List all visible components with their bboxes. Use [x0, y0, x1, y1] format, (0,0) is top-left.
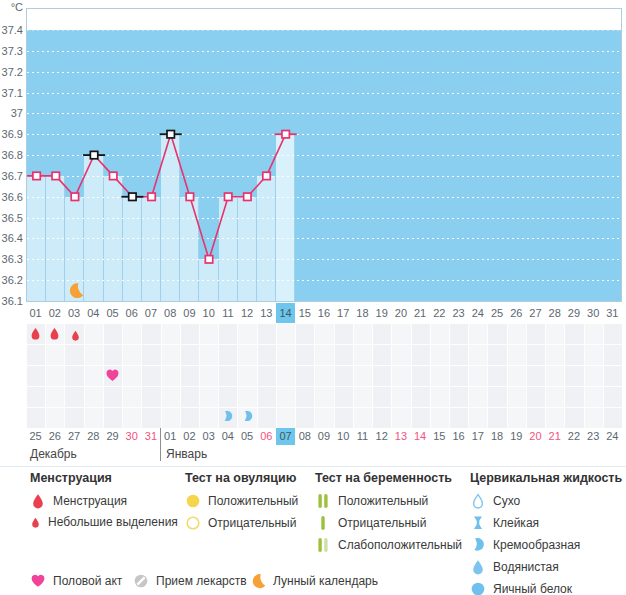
calendar-date-21[interactable]: 21: [545, 428, 564, 445]
cycle-day-05[interactable]: 05: [103, 303, 122, 323]
calendar-date-12[interactable]: 12: [372, 428, 391, 445]
cycle-day-16[interactable]: 16: [314, 303, 333, 323]
comma-blue[interactable]: [221, 410, 234, 423]
cycle-day-14[interactable]: 14: [276, 303, 295, 323]
cycle-day-31[interactable]: 31: [603, 303, 622, 323]
temp-marker-day-7[interactable]: [148, 193, 155, 200]
calendar-date-15[interactable]: 15: [430, 428, 449, 445]
calendar-date-17[interactable]: 17: [468, 428, 487, 445]
cycle-day-01[interactable]: 01: [26, 303, 45, 323]
calendar-date-29[interactable]: 29: [103, 428, 122, 445]
calendar-date-23[interactable]: 23: [584, 428, 603, 445]
calendar-date-13[interactable]: 13: [391, 428, 410, 445]
drop-small[interactable]: [70, 330, 81, 341]
cycle-day-17[interactable]: 17: [334, 303, 353, 323]
calendar-date-11[interactable]: 11: [353, 428, 372, 445]
temp-marker-day-8[interactable]: [167, 131, 174, 138]
month-label-january: Январь: [166, 447, 207, 461]
legend-item: Отрицательный: [185, 515, 296, 531]
temp-marker-day-12[interactable]: [244, 193, 251, 200]
calendar-date-20[interactable]: 20: [526, 428, 545, 445]
calendar-date-08[interactable]: 08: [295, 428, 314, 445]
calendar-date-10[interactable]: 10: [334, 428, 353, 445]
cycle-day-21[interactable]: 21: [411, 303, 430, 323]
cycle-day-27[interactable]: 27: [526, 303, 545, 323]
legend-section-title: Цервикальная жидкость: [470, 471, 622, 485]
calendar-date-05[interactable]: 05: [237, 428, 256, 445]
drop-large[interactable]: [29, 327, 42, 340]
cycle-day-26[interactable]: 26: [507, 303, 526, 323]
calendar-date-09[interactable]: 09: [314, 428, 333, 445]
calendar-date-03[interactable]: 03: [199, 428, 218, 445]
cycle-day-28[interactable]: 28: [545, 303, 564, 323]
calendar-date-04[interactable]: 04: [218, 428, 237, 445]
legend-item-label: Положительный: [338, 494, 428, 508]
calendar-date-07[interactable]: 07: [276, 428, 295, 445]
cycle-day-25[interactable]: 25: [487, 303, 506, 323]
temp-marker-day-10[interactable]: [205, 256, 212, 263]
temp-marker-day-14[interactable]: [282, 131, 289, 138]
cycle-day-11[interactable]: 11: [218, 303, 237, 323]
legend-item-label: Отрицательный: [338, 516, 426, 530]
temp-marker-day-6[interactable]: [129, 193, 136, 200]
calendar-date-19[interactable]: 19: [507, 428, 526, 445]
drop-large[interactable]: [48, 327, 61, 340]
legend-item: Положительный: [185, 493, 298, 509]
temp-marker-day-11[interactable]: [224, 193, 231, 200]
cycle-day-13[interactable]: 13: [257, 303, 276, 323]
calendar-date-24[interactable]: 24: [603, 428, 622, 445]
cycle-day-24[interactable]: 24: [468, 303, 487, 323]
calendar-date-30[interactable]: 30: [122, 428, 141, 445]
temp-marker-day-3[interactable]: [71, 193, 78, 200]
temp-marker-day-5[interactable]: [110, 172, 117, 179]
bar-one-green-icon: [315, 515, 331, 531]
cycle-day-18[interactable]: 18: [353, 303, 372, 323]
calendar-date-27[interactable]: 27: [64, 428, 83, 445]
cycle-day-29[interactable]: 29: [564, 303, 583, 323]
cycle-day-30[interactable]: 30: [584, 303, 603, 323]
legend-section-title: Тест на беременность: [315, 471, 452, 485]
month-label-december: Декабрь: [30, 447, 77, 461]
comma-blue[interactable]: [241, 410, 254, 423]
temp-marker-day-13[interactable]: [263, 172, 270, 179]
cycle-day-06[interactable]: 06: [122, 303, 141, 323]
cycle-day-09[interactable]: 09: [180, 303, 199, 323]
calendar-date-22[interactable]: 22: [564, 428, 583, 445]
bars-weak-green-icon: [315, 537, 331, 553]
cycle-day-23[interactable]: 23: [449, 303, 468, 323]
drop-small-icon: [30, 517, 41, 528]
calendar-date-31[interactable]: 31: [141, 428, 160, 445]
cycle-day-20[interactable]: 20: [391, 303, 410, 323]
cycle-day-19[interactable]: 19: [372, 303, 391, 323]
calendar-date-25[interactable]: 25: [26, 428, 45, 445]
cycle-day-03[interactable]: 03: [64, 303, 83, 323]
calendar-date-26[interactable]: 26: [45, 428, 64, 445]
calendar-date-16[interactable]: 16: [449, 428, 468, 445]
symbol-band[interactable]: [26, 323, 622, 428]
calendar-date-06[interactable]: 06: [257, 428, 276, 445]
temp-marker-day-4[interactable]: [90, 151, 97, 158]
temp-marker-day-2[interactable]: [52, 172, 59, 179]
legend-item-label: Отрицательный: [208, 516, 296, 530]
cycle-day-10[interactable]: 10: [199, 303, 218, 323]
calendar-date-28[interactable]: 28: [84, 428, 103, 445]
calendar-date-02[interactable]: 02: [180, 428, 199, 445]
bars-two-green-icon: [315, 493, 331, 509]
temp-marker-day-1[interactable]: [33, 172, 40, 179]
legend-item: Менструация: [30, 493, 127, 509]
cycle-day-15[interactable]: 15: [295, 303, 314, 323]
heart-pink[interactable]: [105, 368, 120, 383]
calendar-date-14[interactable]: 14: [411, 428, 430, 445]
cycle-day-12[interactable]: 12: [237, 303, 256, 323]
cycle-day-08[interactable]: 08: [161, 303, 180, 323]
legend-item-label: Прием лекарств: [156, 574, 247, 588]
temp-marker-day-9[interactable]: [186, 193, 193, 200]
y-tick-label: 36.9: [0, 127, 23, 141]
cycle-day-02[interactable]: 02: [45, 303, 64, 323]
cycle-day-22[interactable]: 22: [430, 303, 449, 323]
calendar-date-18[interactable]: 18: [487, 428, 506, 445]
cycle-day-04[interactable]: 04: [84, 303, 103, 323]
calendar-date-01[interactable]: 01: [161, 428, 180, 445]
legend-item: Клейкая: [470, 515, 539, 531]
cycle-day-07[interactable]: 07: [141, 303, 160, 323]
